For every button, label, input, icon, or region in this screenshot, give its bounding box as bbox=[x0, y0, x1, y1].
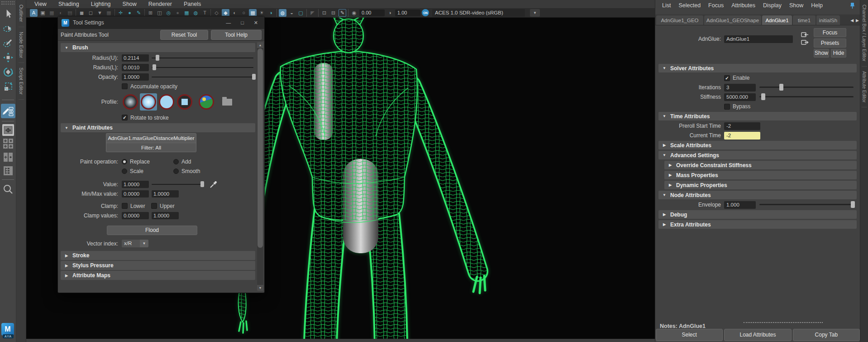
vector-index-dropdown-arrow[interactable]: ▼ bbox=[140, 240, 148, 247]
scrollbar-thumb[interactable] bbox=[258, 48, 263, 248]
opacity-field[interactable]: 1.0000 bbox=[122, 73, 149, 81]
focus-button[interactable]: Focus bbox=[814, 28, 846, 37]
rotate-to-stroke-checkbox[interactable]: ✓ bbox=[122, 115, 128, 120]
menu-panels[interactable]: Panels bbox=[184, 1, 201, 7]
brush-section-header[interactable]: ▼ Brush bbox=[61, 43, 255, 52]
select-button[interactable]: Select bbox=[656, 329, 723, 341]
tab-attribute-editor[interactable]: Attribute Editor bbox=[862, 67, 867, 107]
preroll-field[interactable]: -2 bbox=[724, 122, 760, 130]
scroll-up-arrow-icon[interactable]: ▲ bbox=[257, 42, 263, 48]
paint-attributes-tool[interactable] bbox=[1, 104, 15, 118]
profile-soft-selected[interactable] bbox=[140, 93, 157, 111]
clamp-max-field[interactable]: 1.0000 bbox=[152, 212, 179, 219]
menu-renderer[interactable]: Renderer bbox=[148, 1, 172, 7]
ae-menu-help[interactable]: Help bbox=[811, 2, 823, 9]
tab-initialsh[interactable]: initialSh bbox=[816, 15, 840, 25]
isolate-select-icon[interactable]: ▢ bbox=[297, 9, 305, 17]
exposure-field[interactable]: 0.00 bbox=[359, 10, 385, 16]
lights-display-icon[interactable]: ☀ bbox=[258, 9, 266, 17]
rotate-tool[interactable] bbox=[1, 65, 15, 79]
attribute-target-button[interactable]: AdnGlue1.maxGlueDistanceMultiplier bbox=[106, 134, 196, 143]
tab-outliner[interactable]: Outliner bbox=[19, 0, 24, 27]
four-pane-layout-button[interactable] bbox=[2, 138, 14, 149]
ae-menu-display[interactable]: Display bbox=[763, 2, 782, 9]
value-slider[interactable] bbox=[152, 181, 206, 188]
safe-title-icon[interactable]: T bbox=[201, 9, 209, 17]
value-field[interactable]: 1.0000 bbox=[122, 181, 149, 188]
menu-show[interactable]: Show bbox=[123, 1, 137, 7]
ae-menu-selected[interactable]: Selected bbox=[678, 2, 701, 9]
tab-time1[interactable]: time1 bbox=[793, 15, 816, 25]
panel-marking-menu-icon[interactable]: A bbox=[30, 9, 38, 17]
iterations-slider[interactable] bbox=[759, 84, 854, 91]
scale-attributes-header[interactable]: ▶ Scale Attributes bbox=[658, 141, 857, 149]
view-transform-dropdown-arrow[interactable]: ▼ bbox=[530, 9, 540, 17]
scroll-down-arrow-icon[interactable]: ▼ bbox=[257, 285, 263, 291]
tab-adnglue1-geoshape[interactable]: AdnGlue1_GEOShape bbox=[704, 15, 761, 25]
move-tool[interactable] bbox=[1, 51, 15, 64]
time-attributes-header[interactable]: ▼ Time Attributes bbox=[658, 112, 857, 120]
tab-script-editor[interactable]: Script Editor bbox=[19, 63, 24, 100]
two-d-pan-zoom-icon[interactable]: ✛ bbox=[117, 9, 124, 17]
dialog-scrollbar[interactable]: ▲ ▼ bbox=[257, 42, 263, 291]
stiffness-slider[interactable] bbox=[759, 93, 854, 101]
copy-tab-button[interactable]: Copy Tab bbox=[793, 329, 860, 341]
stylus-section-header[interactable]: ▶ Stylus Pressure bbox=[61, 261, 255, 270]
toolbox-grip[interactable] bbox=[1, 1, 14, 5]
ae-menu-focus[interactable]: Focus bbox=[708, 2, 724, 9]
film-gate-icon[interactable]: ◫ bbox=[156, 9, 163, 17]
render-region-icon[interactable]: ▦ bbox=[48, 9, 56, 17]
clamp-min-field[interactable]: 0.0000 bbox=[122, 212, 149, 219]
opacity-slider[interactable] bbox=[152, 73, 255, 81]
accumulate-opacity-checkbox[interactable] bbox=[122, 83, 128, 89]
tab-adnglue1-geo[interactable]: AdnGlue1_GEO bbox=[656, 15, 703, 25]
camera-bookmark-icon[interactable]: ▼ bbox=[96, 9, 104, 17]
grid-toggle-icon[interactable]: ⊞ bbox=[147, 9, 154, 17]
safe-action-icon[interactable]: ◍ bbox=[192, 9, 200, 17]
radius-u-field[interactable]: 0.2114 bbox=[122, 54, 149, 62]
tab-scroll-left-icon[interactable]: ◀ bbox=[850, 18, 854, 23]
output-connection-icon[interactable] bbox=[801, 39, 809, 45]
minimize-button[interactable]: — bbox=[226, 20, 231, 26]
menu-lighting[interactable]: Lighting bbox=[91, 1, 111, 7]
bypass-checkbox[interactable] bbox=[724, 104, 730, 110]
radius-u-slider[interactable] bbox=[152, 54, 255, 62]
object-details-icon[interactable]: ⊡ bbox=[320, 9, 328, 17]
ae-menu-attributes[interactable]: Attributes bbox=[731, 2, 755, 9]
select-tool[interactable] bbox=[1, 7, 15, 21]
tool-help-button[interactable]: Tool Help bbox=[211, 30, 262, 40]
light-view-icon[interactable]: ▤ bbox=[66, 9, 74, 17]
smooth-shade-icon[interactable]: ◆ bbox=[222, 9, 229, 17]
xray-joints-icon[interactable]: ◒ bbox=[288, 9, 296, 17]
radius-l-field[interactable]: 0.0010 bbox=[122, 64, 149, 71]
marquee-select-icon[interactable]: ▣ bbox=[39, 9, 47, 17]
multisample-aa-icon[interactable]: ▩ bbox=[249, 9, 257, 17]
debug-header[interactable]: ▶ Debug bbox=[658, 210, 857, 219]
advanced-settings-header[interactable]: ▼ Advanced Settings bbox=[658, 151, 857, 159]
resize-grip-dots[interactable] bbox=[744, 322, 823, 323]
menu-view[interactable]: View bbox=[34, 1, 47, 7]
node-name-field[interactable]: AdnGlue1 bbox=[724, 35, 793, 43]
clamp-upper-checkbox[interactable] bbox=[151, 203, 157, 209]
pin-icon[interactable] bbox=[849, 2, 855, 10]
scale-tool[interactable] bbox=[1, 80, 15, 93]
show-button[interactable]: Show bbox=[814, 49, 829, 58]
reset-tool-button[interactable]: Reset Tool bbox=[160, 30, 208, 40]
single-pane-layout-button[interactable] bbox=[2, 124, 14, 136]
paint-effects-icon[interactable]: ● bbox=[126, 9, 134, 17]
solver-attributes-header[interactable]: ▼ Solver Attributes bbox=[658, 64, 857, 72]
stiffness-field[interactable]: 5000.000 bbox=[724, 93, 756, 101]
pose-editor-icon[interactable]: ⊟ bbox=[329, 9, 337, 17]
select-camera-icon[interactable]: ◼ bbox=[78, 9, 86, 17]
browse-profile-folder-icon[interactable] bbox=[222, 99, 232, 106]
profile-image[interactable] bbox=[198, 93, 215, 111]
enable-checkbox[interactable]: ✓ bbox=[724, 75, 730, 81]
textured-display-icon[interactable]: ◐ bbox=[231, 9, 238, 17]
menu-shading[interactable]: Shading bbox=[58, 1, 79, 7]
override-stiffness-header[interactable]: ▶ Override Constraint Stiffness bbox=[664, 161, 857, 169]
color-management-toggle[interactable]: ON bbox=[422, 9, 429, 16]
magnify-tool[interactable] bbox=[1, 183, 15, 196]
attribute-maps-section-header[interactable]: ▶ Attribute Maps bbox=[61, 271, 255, 280]
tab-channel-box-layer-editor[interactable]: Channel Box / Layer Editor bbox=[862, 0, 867, 67]
eyedropper-icon[interactable] bbox=[210, 180, 218, 188]
